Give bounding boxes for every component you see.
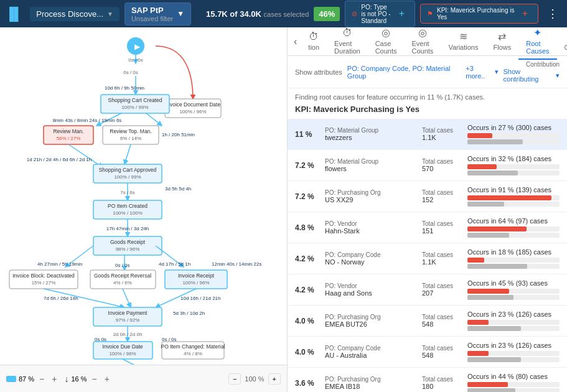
row-cases-val: 151 — [422, 227, 462, 235]
box-icon-blue — [6, 376, 16, 382]
tab-ion[interactable]: ⏱ tion — [301, 27, 327, 56]
row-bar-container — [467, 164, 560, 169]
attributes-dropdown[interactable]: PO: Company Code, PO: Material Group +3 … — [347, 65, 499, 80]
svg-text:PO Item Created: PO Item Created — [108, 203, 148, 209]
row-pct: 4.2 % — [295, 286, 320, 294]
row-bar-container — [467, 226, 560, 231]
filter-sub-label: Unsaved filter — [131, 15, 173, 22]
tab-clustering[interactable]: ⊞ Clustering — [557, 27, 567, 56]
row-occurs-text: Occurs in 45 % (93) cases — [467, 279, 560, 287]
row-attr-name: PO: Company Code — [325, 251, 417, 258]
row-cases: Total cases 207 — [422, 282, 462, 297]
row-attribute: PO: Company Code NO - Norway — [325, 251, 417, 266]
contribution-dropdown[interactable]: Show contributing ▾ — [504, 68, 560, 83]
zoom-minus-btn[interactable]: − — [228, 373, 241, 385]
svg-text:100% / 96%: 100% / 96% — [109, 351, 136, 357]
row-attr-val: Hahn-Stark — [325, 227, 417, 235]
zoom-plus-btn[interactable]: + — [268, 373, 281, 385]
filter-name: SAP PtP — [131, 6, 173, 15]
kpi2-filter[interactable]: ⚑ KPI: Maverick Purchasing is Yes + — [420, 4, 538, 24]
header-menu-icon[interactable]: ⋮ — [543, 7, 562, 21]
svg-text:10d 6h / 9h 50min: 10d 6h / 9h 50min — [105, 85, 144, 91]
contribution-label: Contribution — [526, 61, 560, 68]
row-attr-val: EMEA IB18 — [325, 383, 417, 390]
row-bar-container — [467, 133, 560, 138]
row-attribute: PO: Company Code AU - Australia — [325, 345, 417, 359]
tab-flows[interactable]: ⇄ Flows — [485, 27, 518, 56]
table-row: 4.8 % PO: Vendor Hahn-Stark Total cases … — [288, 212, 567, 243]
svg-text:4d 17h / 5d 1h: 4d 17h / 5d 1h — [159, 261, 190, 267]
box1-minus-btn[interactable]: − — [37, 373, 47, 385]
row-bar-red — [467, 133, 492, 138]
row-bar-grey-container — [467, 233, 560, 238]
kpi1-add-icon[interactable]: + — [395, 8, 408, 19]
svg-text:12min 40s / 14min 22s: 12min 40s / 14min 22s — [212, 261, 262, 267]
row-cases-label: Total cases — [422, 220, 462, 227]
row-attribute: PO: Vendor Hahn-Stark — [325, 220, 417, 235]
svg-text:98% / 96%: 98% / 96% — [116, 246, 140, 252]
kpi1-filter[interactable]: ⊘ PO: Type is not PO - Standard + — [345, 1, 415, 27]
kpi1-icon: ⊘ — [352, 10, 357, 18]
tab-event-counts[interactable]: ◎ Event Counts — [405, 27, 441, 60]
svg-text:100% / 100%: 100% / 100% — [113, 210, 143, 216]
row-attr-name: PO: Company Code — [325, 345, 417, 352]
zoom-level: 100 % — [245, 375, 264, 383]
kpi2-add-icon[interactable]: + — [518, 8, 532, 19]
kpi2-text: KPI: Maverick Purchasing is Yes — [437, 7, 515, 21]
filter-button[interactable]: SAP PtP Unsaved filter ▼ — [124, 2, 191, 26]
row-attr-name: PO: Material Group — [325, 158, 417, 165]
row-bar-grey — [467, 202, 504, 207]
svg-text:▶: ▶ — [134, 42, 141, 51]
attr-value: PO: Company Code, PO: Material Group — [347, 65, 464, 80]
svg-text:Goods Receipt Reversal: Goods Receipt Reversal — [94, 273, 151, 279]
tab-case-counts[interactable]: ◎ Case Counts — [368, 27, 405, 60]
tab-variations[interactable]: ≋ Variations — [441, 27, 485, 56]
tabs-back-btn[interactable]: ‹ — [290, 36, 301, 47]
box1-pct: 87 % — [19, 375, 34, 383]
row-cases: Total cases 152 — [422, 189, 462, 203]
svg-text:100% / 99%: 100% / 99% — [121, 105, 148, 110]
svg-text:PO Item Changed: Material: PO Item Changed: Material — [161, 343, 225, 350]
tab-root-causes[interactable]: ✦ Root Causes — [518, 27, 556, 60]
row-pct: 7.2 % — [295, 192, 320, 201]
tab-flows-icon: ⇄ — [498, 30, 506, 42]
attributes-bar: Show attributes PO: Company Code, PO: Ma… — [288, 56, 567, 88]
row-occurs: Occurs in 18 % (185) cases — [467, 248, 560, 269]
show-attributes-label: Show attributes — [295, 68, 342, 76]
svg-text:56% / 27%: 56% / 27% — [57, 136, 81, 141]
row-cases-label: Total cases — [422, 376, 462, 383]
cases-count: 15.7K of 34.0K — [206, 9, 261, 19]
box1-plus-btn[interactable]: + — [49, 373, 59, 385]
row-occurs: Occurs in 23 % (126) cases — [467, 310, 560, 331]
row-attr-val: twezzers — [325, 134, 417, 141]
box2-minus-btn[interactable]: − — [90, 373, 100, 385]
tab-flows-label: Flows — [493, 44, 511, 51]
tab-event-counts-label: Event Counts — [412, 40, 434, 55]
row-attr-name: PO: Vendor — [325, 282, 417, 289]
svg-text:4h 27min / 5h 19min: 4h 27min / 5h 19min — [37, 261, 83, 267]
svg-text:Invoice Document Date: Invoice Document Date — [166, 101, 221, 108]
box2-plus-btn[interactable]: + — [102, 373, 112, 385]
attr-chevron-icon: ▾ — [495, 68, 499, 76]
svg-text:5d 3h / 10d 2h: 5d 3h / 10d 2h — [173, 310, 205, 316]
svg-text:1d 21h / 2d 4h / 6d 6h / 2d 1h: 1d 21h / 2d 4h / 6d 6h / 2d 1h — [27, 157, 92, 162]
tab-event-duration[interactable]: ⏱ Event Duration — [327, 27, 368, 60]
box-legend-item1: 87 % − + — [6, 373, 59, 385]
process-map-svg: ▶ 0s / 0s Invoice Document Date 100% / 9… — [0, 27, 288, 365]
row-attribute: PO: Material Group twezzers — [325, 127, 417, 141]
app-chevron-icon: ▼ — [107, 11, 113, 17]
contribution-section: Contribution Show contributing ▾ — [504, 61, 560, 83]
main-content: ▶ 0s / 0s Invoice Document Date 100% / 9… — [0, 27, 567, 392]
row-bar-red — [467, 195, 551, 200]
filter-chevron-icon: ▼ — [177, 9, 184, 18]
row-attr-name: PO: Purchasing Org — [325, 189, 417, 196]
svg-text:1h / 20h 51min: 1h / 20h 51min — [162, 132, 195, 138]
attr-more: +3 more.. — [466, 65, 493, 80]
row-attr-name: PO: Purchasing Org — [325, 314, 417, 320]
row-bar-grey — [467, 264, 527, 269]
root-causes-content: Finding root causes for feature occurrin… — [288, 88, 567, 392]
row-cases-val: 570 — [422, 165, 462, 172]
app-name-button[interactable]: Process Discove... ▼ — [30, 7, 119, 21]
row-bar-red — [467, 258, 484, 263]
contribution-value: Show contributing — [504, 68, 555, 83]
